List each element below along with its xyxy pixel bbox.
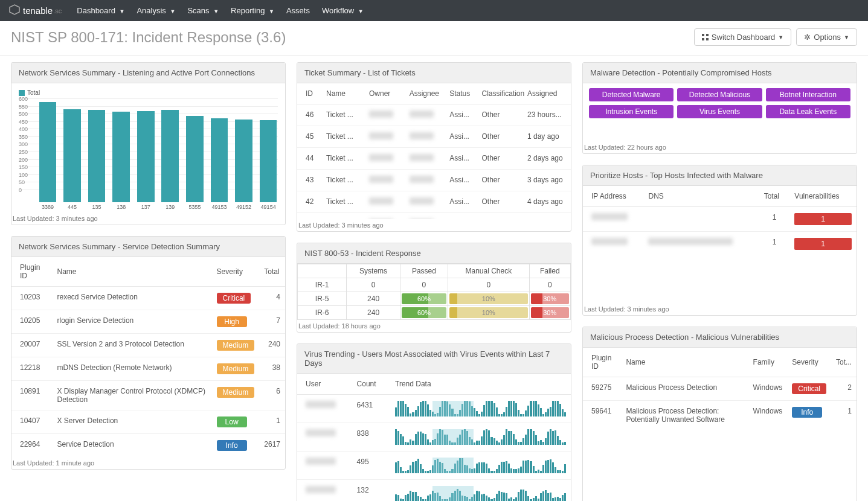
chart-bar[interactable] (112, 112, 130, 202)
col-header[interactable]: Family (748, 348, 788, 377)
col-header[interactable]: Classification (477, 83, 522, 104)
prioritize-table: IP AddressDNSTotalVulnerabilities 1111 (583, 186, 857, 256)
col-header[interactable]: ID (297, 83, 321, 104)
col-header[interactable]: Name (621, 348, 748, 377)
severity-badge: High (217, 316, 247, 327)
brand[interactable]: tenable.sc (9, 4, 62, 17)
sparkline[interactable] (395, 429, 566, 445)
col-header[interactable]: Name (321, 83, 364, 104)
malware-filter-button[interactable]: Detected Malicious (677, 88, 762, 101)
table-row[interactable]: 20007SSL Version 2 and 3 Protocol Detect… (11, 334, 285, 357)
table-row[interactable]: 10407X Server DetectionLow1 (11, 410, 285, 434)
table-row[interactable]: 45Ticket ...Assi...Other1 day ago (297, 126, 571, 148)
panel-footer: Last Updated: 22 hours ago (583, 141, 857, 153)
chart-bar[interactable] (186, 116, 204, 202)
col-header[interactable]: Tot... (831, 348, 857, 377)
col-header[interactable]: Total (759, 186, 790, 207)
malware-filter-button[interactable]: Detected Malware (589, 88, 674, 101)
nav-workflow[interactable]: Workflow ▼ (322, 6, 364, 15)
bar-label: 139 (166, 204, 175, 210)
malicious-table: Plugin IDNameFamilySeverityTot... 59275M… (583, 348, 857, 430)
table-row[interactable]: IR-524060%10%30% (298, 292, 571, 306)
col-header[interactable]: Vulnerabilities (789, 186, 857, 207)
table-row[interactable]: 11 (583, 207, 857, 232)
col-header[interactable]: Plugin ID (11, 257, 53, 287)
table-row[interactable]: 42Ticket ...Assi...Other4 days ago (297, 191, 571, 213)
col-header[interactable]: IP Address (583, 186, 643, 207)
table-row[interactable]: 44Ticket ...Assi...Other2 days ago (297, 148, 571, 170)
nav-analysis[interactable]: Analysis ▼ (137, 6, 175, 15)
chart-bar[interactable] (63, 109, 81, 202)
col-header[interactable]: Total (259, 257, 285, 287)
nav-assets[interactable]: Assets (286, 6, 310, 15)
bar-label: 135 (92, 204, 101, 210)
malware-filter-button[interactable]: Virus Events (677, 105, 762, 118)
panel-title: Ticket Summary - List of Tickets (297, 63, 571, 83)
panel-footer: Last Updated: 3 minutes ago (583, 303, 857, 315)
col-header[interactable]: Assigned (522, 83, 571, 104)
col-header[interactable]: Name (53, 257, 212, 287)
table-row[interactable]: 59275Malicious Process DetectionWindowsC… (583, 377, 857, 401)
panel-footer: Last Updated: 3 minutes ago (297, 219, 571, 231)
chart-bar[interactable] (235, 120, 252, 203)
bar-label: 445 (68, 204, 77, 210)
table-row[interactable]: IR-10000 (298, 278, 571, 292)
nav-dashboard[interactable]: Dashboard ▼ (77, 6, 124, 15)
bar-label: 138 (117, 204, 126, 210)
bar-chart[interactable]: 050100150200250300350400450500550600 338… (19, 98, 278, 210)
bar-label: 3389 (42, 204, 54, 210)
table-row[interactable]: 41Ticket ...Assi...Other5 days ago (297, 213, 571, 220)
chart-bar[interactable] (211, 118, 228, 202)
chart-bar[interactable] (88, 110, 106, 202)
sparkline[interactable] (395, 458, 566, 473)
severity-badge: Critical (792, 383, 826, 394)
nav-scans[interactable]: Scans ▼ (187, 6, 219, 15)
malware-filter-button[interactable]: Intrusion Events (589, 105, 674, 118)
bar-label: 137 (141, 204, 150, 210)
table-row[interactable]: 10203rexecd Service DetectionCritical4 (11, 287, 285, 310)
sparkline[interactable] (395, 486, 566, 501)
sparkline[interactable] (395, 401, 566, 416)
table-row[interactable]: 132 (297, 480, 571, 502)
col-header[interactable]: Severity (787, 348, 831, 377)
col-header[interactable]: DNS (643, 186, 759, 207)
severity-badge: Info (217, 440, 247, 451)
passed-bar: 60% (402, 293, 446, 304)
col-header[interactable]: Owner (364, 83, 405, 104)
switch-dashboard-button[interactable]: Switch Dashboard ▼ (694, 28, 791, 46)
panel-footer: Last Updated: 18 hours ago (297, 320, 571, 332)
table-row[interactable]: 12218mDNS Detection (Remote Network)Medi… (11, 357, 285, 381)
chart-bar[interactable] (137, 111, 155, 202)
table-row[interactable]: 838 (297, 423, 571, 452)
table-row[interactable]: 495 (297, 452, 571, 480)
table-row[interactable]: IR-624060%10%30% (298, 306, 571, 320)
table-row[interactable]: 11 (583, 232, 857, 257)
table-row[interactable]: 10891X Display Manager Control Protocol … (11, 381, 285, 410)
malware-filter-button[interactable]: Data Leak Events (766, 105, 850, 118)
table-row[interactable]: 59641Malicious Process Detection: Potent… (583, 401, 857, 430)
col-header[interactable]: Plugin ID (583, 348, 621, 377)
malware-filter-button[interactable]: Botnet Interaction (766, 88, 850, 101)
panel-title: Virus Trending - Users Most Associated w… (297, 344, 571, 374)
virus-table: UserCountTrend Data 6431838495132107103 (297, 374, 571, 501)
col-header[interactable]: Assignee (405, 83, 445, 104)
nav-reporting[interactable]: Reporting ▼ (231, 6, 274, 15)
brand-name: tenable (23, 5, 53, 16)
col-header: Systems (347, 264, 400, 278)
table-row[interactable]: 43Ticket ...Assi...Other3 days ago (297, 170, 571, 191)
col-header[interactable]: Severity (212, 257, 260, 287)
chart-bar[interactable] (260, 120, 277, 202)
col-header[interactable]: Status (445, 83, 477, 104)
panel-title: Network Services Summary - Service Detec… (11, 237, 285, 257)
chart-bar[interactable] (39, 102, 57, 202)
options-button[interactable]: ✲ Options ▼ (796, 28, 857, 46)
table-row[interactable]: 22964Service DetectionInfo2617 (11, 434, 285, 458)
panel-title: Prioritize Hosts - Top Hosts Infected wi… (583, 165, 857, 186)
table-row[interactable]: 10205rlogin Service DetectionHigh7 (11, 310, 285, 334)
chart-bar[interactable] (161, 110, 179, 202)
table-row[interactable]: 6431 (297, 395, 571, 423)
manual-bar: 10% (449, 293, 527, 304)
panel-footer: Last Updated: 3 minutes ago (11, 212, 285, 225)
table-row[interactable]: 46Ticket ...Assi...Other23 hours... (297, 104, 571, 126)
nist-compliance-panel: NIST 800-53 - Incident Response SystemsP… (297, 243, 571, 333)
